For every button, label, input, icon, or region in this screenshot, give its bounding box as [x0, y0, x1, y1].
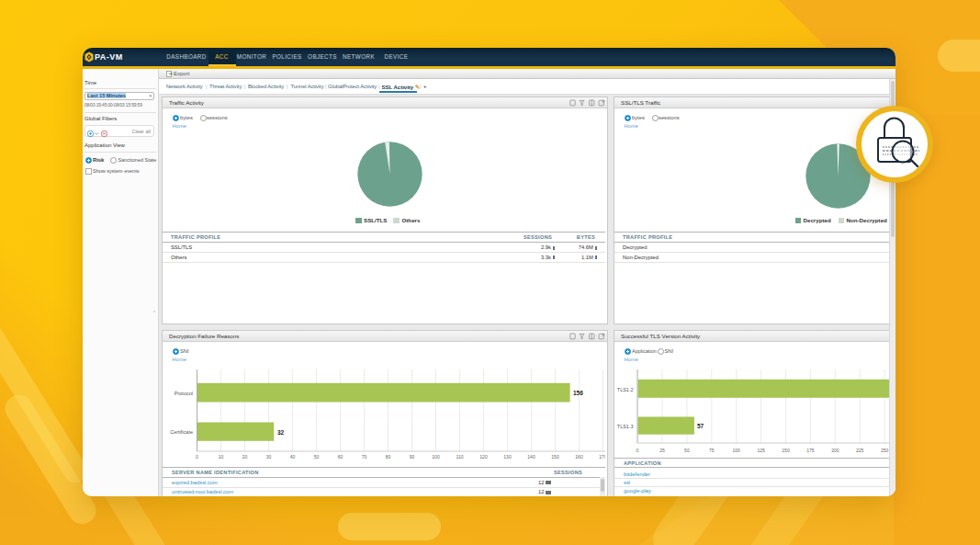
svg-text:32: 32 [277, 428, 285, 435]
svg-text:250: 250 [881, 447, 889, 452]
svg-text:225: 225 [856, 447, 864, 452]
svg-text:130: 130 [503, 454, 512, 460]
svg-text:80: 80 [386, 454, 391, 460]
svg-text:150: 150 [551, 454, 559, 460]
svg-text:70: 70 [362, 454, 367, 460]
svg-text:60: 60 [338, 454, 344, 460]
svg-text:140: 140 [527, 454, 535, 460]
svg-text:200: 200 [831, 447, 839, 452]
svg-text:10: 10 [219, 454, 224, 460]
svg-text:120: 120 [479, 454, 488, 460]
svg-text:50: 50 [314, 454, 320, 460]
svg-text:Certificate: Certificate [170, 429, 193, 435]
svg-text:TLS1.2: TLS1.2 [617, 386, 634, 392]
svg-text:75: 75 [709, 447, 715, 452]
svg-text:125: 125 [757, 447, 765, 452]
svg-text:160: 160 [575, 454, 583, 460]
svg-text:20: 20 [242, 454, 248, 460]
svg-text:0: 0 [196, 454, 198, 460]
svg-text:Protocol: Protocol [175, 390, 193, 395]
svg-text:150: 150 [782, 447, 790, 452]
svg-text:0: 0 [636, 447, 639, 452]
svg-text:100: 100 [733, 447, 741, 452]
svg-text:90: 90 [410, 454, 415, 460]
svg-text:57: 57 [697, 423, 704, 429]
svg-text:30: 30 [266, 454, 272, 460]
svg-text:25: 25 [659, 447, 665, 452]
svg-text:TLS1.3: TLS1.3 [617, 424, 634, 429]
svg-text:110: 110 [456, 454, 464, 460]
svg-text:40: 40 [290, 454, 296, 460]
svg-text:100: 100 [432, 454, 440, 460]
svg-text:50: 50 [684, 447, 690, 452]
svg-text:156: 156 [573, 390, 583, 396]
svg-text:175: 175 [806, 447, 815, 452]
svg-text:170: 170 [599, 454, 605, 460]
